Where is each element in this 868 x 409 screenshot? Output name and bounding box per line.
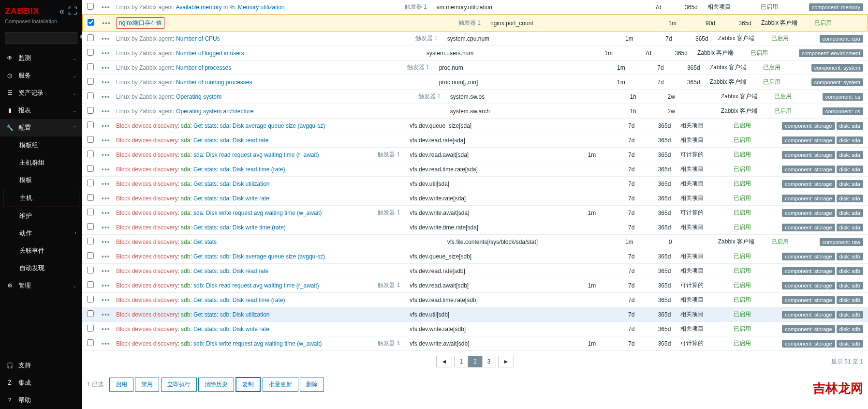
- page-3[interactable]: 3: [482, 356, 496, 367]
- name-prefix-link[interactable]: sdb: [181, 253, 190, 260]
- tag[interactable]: disk: sda: [837, 166, 863, 173]
- tag[interactable]: disk: sda: [837, 151, 863, 159]
- name-prefix-link[interactable]: Block devices discovery: [116, 311, 177, 318]
- name-prefix-link[interactable]: Block devices discovery: [116, 224, 177, 231]
- item-name-link[interactable]: Number of logged in users: [176, 50, 244, 57]
- trigger-link[interactable]: 触发器: [405, 3, 422, 10]
- name-prefix-link[interactable]: Block devices discovery: [116, 195, 177, 202]
- row-menu-icon[interactable]: •••: [102, 282, 116, 289]
- tag[interactable]: component: storage: [782, 253, 835, 260]
- name-prefix-link[interactable]: Block devices discovery: [116, 297, 177, 303]
- name-prefix-link[interactable]: sda: [181, 195, 190, 202]
- name-prefix-link[interactable]: sda: [181, 151, 190, 158]
- name-prefix-link[interactable]: Linux by Zabbix agent: [116, 50, 173, 57]
- action-启用[interactable]: 启用: [109, 378, 133, 392]
- item-name-link[interactable]: Operating system architecture: [176, 108, 253, 115]
- tag[interactable]: component: storage: [782, 340, 835, 348]
- tag[interactable]: component: storage: [782, 311, 835, 318]
- row-menu-icon[interactable]: •••: [102, 49, 116, 57]
- status-link[interactable]: 已启用: [771, 35, 789, 42]
- name-prefix-link[interactable]: Linux by Zabbix agent: [116, 108, 173, 115]
- status-link[interactable]: 已启用: [774, 107, 792, 114]
- name-prefix-link[interactable]: Block devices discovery: [116, 268, 177, 274]
- row-checkbox[interactable]: [87, 281, 94, 288]
- name-prefix-link[interactable]: sdb: [181, 297, 190, 303]
- trigger-link[interactable]: 触发器: [418, 93, 436, 100]
- name-prefix-link[interactable]: sdb: [181, 326, 190, 333]
- name-prefix-link[interactable]: Block devices discovery: [116, 340, 177, 347]
- name-prefix-link[interactable]: Block devices discovery: [116, 181, 177, 187]
- tag[interactable]: disk: sdb: [837, 267, 863, 275]
- tag[interactable]: component: storage: [782, 325, 835, 333]
- row-checkbox[interactable]: [87, 3, 94, 10]
- bottom-nav-支持[interactable]: 🎧 支持: [0, 357, 82, 374]
- item-name-link[interactable]: sdb: Disk read rate: [220, 268, 269, 274]
- tag[interactable]: component: storage: [782, 136, 835, 144]
- row-checkbox[interactable]: [87, 194, 94, 201]
- status-link[interactable]: 已启用: [734, 282, 751, 288]
- trigger-link[interactable]: 触发器: [458, 19, 476, 26]
- row-menu-icon[interactable]: •••: [102, 224, 116, 231]
- trigger-link[interactable]: 触发器: [378, 340, 395, 347]
- tag[interactable]: component: system: [811, 64, 863, 72]
- subnav-自动发现[interactable]: 自动发现: [0, 259, 82, 277]
- action-删除[interactable]: 删除: [300, 378, 324, 392]
- tag[interactable]: disk: sda: [837, 180, 863, 188]
- item-name-link[interactable]: Number of processes: [176, 64, 231, 71]
- name-prefix-link[interactable]: Block devices discovery: [116, 166, 177, 173]
- tag[interactable]: component: system: [811, 78, 863, 86]
- action-禁用[interactable]: 禁用: [135, 378, 159, 392]
- tag[interactable]: disk: sdb: [837, 340, 863, 348]
- name-prefix-link[interactable]: Get stats: [193, 326, 217, 333]
- item-name-link[interactable]: Number of running processes: [176, 79, 252, 86]
- name-prefix-link[interactable]: Get stats: [193, 297, 217, 303]
- row-checkbox[interactable]: [87, 267, 94, 273]
- tag[interactable]: disk: sda: [837, 209, 863, 217]
- row-checkbox[interactable]: [87, 34, 94, 41]
- row-checkbox[interactable]: [87, 107, 94, 114]
- status-link[interactable]: 已启用: [734, 180, 751, 187]
- item-name-link[interactable]: sdb: Disk write request avg waiting time…: [193, 340, 322, 347]
- tag[interactable]: disk: sdb: [837, 311, 863, 318]
- row-menu-icon[interactable]: •••: [102, 267, 116, 275]
- name-prefix-link[interactable]: Block devices discovery: [116, 253, 177, 260]
- trigger-link[interactable]: 触发器: [378, 282, 395, 288]
- name-prefix-link[interactable]: Block devices discovery: [116, 239, 177, 245]
- name-prefix-link[interactable]: sdb: [181, 282, 190, 289]
- tag[interactable]: component: raw: [820, 238, 863, 246]
- status-link[interactable]: 已启用: [734, 311, 751, 318]
- name-prefix-link[interactable]: Get stats: [193, 224, 217, 231]
- tag[interactable]: component: storage: [782, 296, 835, 304]
- action-批量更新[interactable]: 批量更新: [263, 378, 298, 392]
- name-prefix-link[interactable]: sda: [181, 239, 190, 245]
- status-link[interactable]: 已启用: [734, 166, 751, 172]
- tag[interactable]: disk: sda: [837, 136, 863, 144]
- name-prefix-link[interactable]: sda: [181, 137, 190, 144]
- action-立即执行[interactable]: 立即执行: [161, 378, 197, 392]
- row-menu-icon[interactable]: •••: [102, 209, 116, 217]
- row-menu-icon[interactable]: •••: [102, 180, 116, 188]
- bottom-nav-集成[interactable]: Z 集成: [0, 374, 82, 392]
- row-menu-icon[interactable]: •••: [102, 253, 116, 260]
- bottom-nav-帮助[interactable]: ? 帮助: [0, 392, 82, 409]
- row-menu-icon[interactable]: •••: [102, 151, 116, 159]
- status-link[interactable]: 已启用: [734, 122, 751, 129]
- item-name-link[interactable]: sdb: Disk average queue size (avgqu-sz): [220, 253, 325, 260]
- action-清除历史[interactable]: 清除历史: [198, 378, 234, 392]
- status-link[interactable]: 已启用: [734, 296, 751, 303]
- tag[interactable]: disk: sdb: [837, 325, 863, 333]
- item-name-link[interactable]: sdb: Disk read time (rate): [220, 297, 285, 303]
- name-prefix-link[interactable]: Get stats: [193, 122, 217, 129]
- name-prefix-link[interactable]: Linux by Zabbix agent: [116, 35, 173, 42]
- name-prefix-link[interactable]: Linux by Zabbix agent: [116, 4, 173, 11]
- action-复制[interactable]: 复制: [235, 377, 261, 392]
- status-link[interactable]: 已启用: [761, 3, 778, 10]
- tag[interactable]: component: storage: [782, 151, 835, 159]
- row-checkbox[interactable]: [87, 121, 94, 128]
- page-1[interactable]: 1: [454, 356, 468, 367]
- row-checkbox[interactable]: [87, 165, 94, 172]
- nav-服务[interactable]: ◷ 服务 ⌄: [0, 67, 82, 84]
- trigger-link[interactable]: 触发器: [378, 151, 395, 158]
- search-input[interactable]: [7, 34, 80, 41]
- status-link[interactable]: 已启用: [734, 136, 751, 143]
